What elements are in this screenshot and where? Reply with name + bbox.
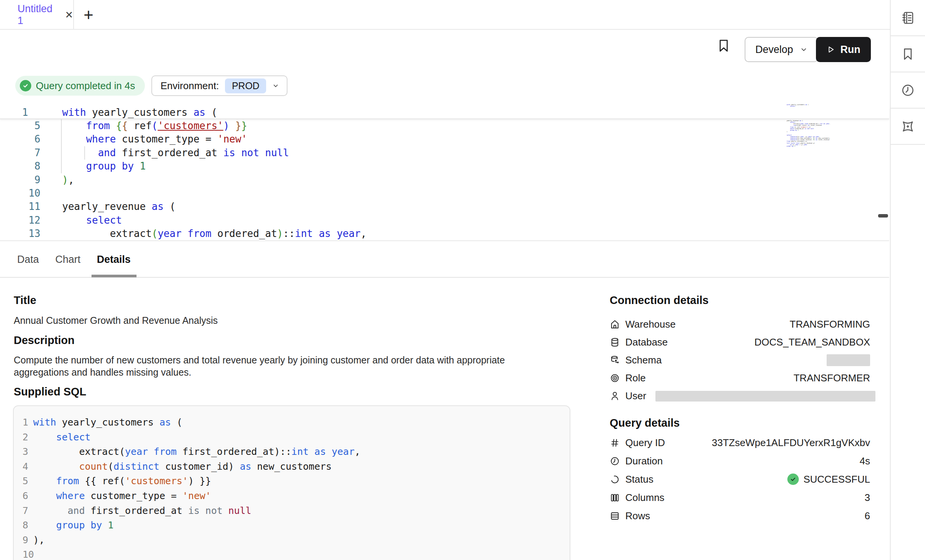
detail-value: 33TZseWpe1ALFDUYerxR1gVKxbv [712, 437, 875, 449]
code-line: 10 [14, 547, 570, 560]
status-text: SUCCESSFUL [803, 474, 870, 485]
detail-label: Schema [625, 354, 662, 366]
query-details-heading: Query details [610, 417, 680, 429]
sidebar-button-history-clock[interactable] [891, 72, 925, 109]
close-icon[interactable]: ✕ [65, 10, 73, 20]
title-value: Annual Customer Growth and Revenue Analy… [14, 315, 218, 326]
chevron-down-icon [272, 82, 279, 89]
app-window: Untitled 1 ✕ + Develop Run Query complet… [0, 0, 925, 560]
code-text: select [32, 430, 91, 445]
code-line: 1with yearly_customers as ( [0, 107, 889, 118]
role-row: RoleTRANSFORMER [610, 369, 875, 387]
code-text: yearly_revenue as ( [43, 200, 175, 213]
editor-lines[interactable]: 5 from {{ ref('customers') }}6 where cus… [0, 119, 889, 241]
rows-icon [610, 511, 620, 521]
line-number: 6 [0, 133, 43, 146]
sidebar-button-bookmark[interactable] [891, 36, 925, 72]
query-id-row: Query ID33TZseWpe1ALFDUYerxR1gVKxbv [610, 434, 875, 452]
detail-value: 4s [860, 455, 875, 467]
user-row: User [610, 387, 875, 405]
sidebar-button-sparkle-x[interactable] [891, 109, 925, 145]
editor-sticky-line: 1with yearly_customers as ( [0, 107, 889, 119]
description-heading: Description [14, 334, 75, 347]
code-text: ), [32, 533, 45, 548]
redacted-value-bar [827, 354, 870, 366]
redacted-value-bar [655, 391, 875, 402]
tab-details[interactable]: Details [97, 242, 131, 277]
right-icon-sidebar [890, 0, 925, 560]
line-number: 8 [0, 160, 43, 173]
chevron-down-icon [800, 46, 808, 53]
editor-scrollbar-thumb[interactable] [878, 214, 888, 218]
new-tab-button[interactable]: + [75, 0, 102, 30]
title-heading: Title [14, 294, 36, 307]
detail-label: Rows [625, 510, 650, 522]
rows-row: Rows6 [610, 507, 875, 525]
sidebar-button-notebook[interactable] [891, 0, 925, 36]
tab-bar: Untitled 1 ✕ + [0, 0, 890, 30]
line-number: 7 [0, 146, 43, 160]
code-text: from {{ ref('customers') }} [43, 119, 247, 133]
tab-data[interactable]: Data [17, 242, 39, 277]
line-number: 9 [14, 533, 32, 548]
description-value: Compute the number of new customers and … [14, 354, 525, 378]
query-status-text: Query completed in 4s [36, 80, 135, 92]
code-text: select [43, 214, 122, 227]
bookmark-icon [901, 47, 915, 61]
sparkle-x-icon [901, 119, 915, 134]
code-line: 5 from {{ ref('customers') }} [14, 474, 570, 489]
line-number: 4 [14, 459, 32, 474]
code-text: from {{ ref('customers') }} [32, 474, 211, 489]
bookmark-icon[interactable] [716, 38, 731, 56]
line-number: 5 [14, 474, 32, 489]
detail-label: User [625, 390, 646, 402]
tab-chart[interactable]: Chart [55, 242, 80, 277]
tab-untitled-1[interactable]: Untitled 1 ✕ [0, 0, 74, 30]
code-line: 10 [0, 187, 889, 200]
run-button[interactable]: Run [816, 37, 871, 62]
code-text: with yearly_customers as ( [32, 415, 182, 430]
code-text: extract(year from first_ordered_at)::int… [32, 445, 360, 459]
tab-label: Untitled 1 [18, 3, 56, 27]
code-line: 13 extract(year from ordered_at)::int as… [0, 227, 889, 240]
ref-model-link[interactable]: 'customers' [158, 120, 223, 131]
columns-icon [610, 493, 620, 503]
detail-label: Query ID [625, 437, 665, 449]
code-line: 9), [0, 173, 889, 187]
detail-label: Warehouse [625, 318, 676, 330]
indent-guide [84, 146, 85, 160]
code-text: group by 1 [32, 518, 114, 533]
query-status-badge: Query completed in 4s [15, 76, 145, 96]
code-line: 4 count(distinct customer_id) as new_cus… [14, 459, 570, 474]
code-text: and first_ordered_at is not null [43, 146, 289, 160]
line-number: 13 [0, 227, 43, 240]
code-text: where customer_type = 'new' [43, 133, 247, 146]
detail-label: Status [625, 474, 654, 485]
code-line: 3 extract(year from first_ordered_at)::i… [14, 445, 570, 459]
environment-selector[interactable]: Environment: PROD [151, 75, 287, 96]
results-tab-bar: DataChartDetails [0, 242, 889, 278]
code-text [32, 547, 33, 560]
warehouse-row: WarehouseTRANSFORMING [610, 315, 875, 333]
check-circle-icon [20, 80, 31, 91]
tab-label: Chart [55, 254, 80, 266]
database-row: DatabaseDOCS_TEAM_SANDBOX [610, 333, 875, 351]
status-value: SUCCESSFUL [787, 474, 875, 485]
indent-guide [61, 119, 62, 173]
line-number: 11 [0, 200, 43, 213]
history-clock-icon [901, 83, 915, 98]
code-line: 5 from {{ ref('customers') }} [0, 119, 889, 133]
code-line: 8 group by 1 [14, 518, 570, 533]
schema-icon [610, 355, 620, 365]
connection-details-heading: Connection details [610, 294, 708, 307]
notebook-icon [901, 11, 915, 25]
code-text: extract(year from ordered_at)::int as ye… [43, 227, 366, 240]
line-number: 10 [14, 547, 32, 560]
code-line: 9), [14, 533, 570, 548]
sql-editor[interactable]: 1with yearly_customers as ( 5 from {{ re… [0, 107, 889, 241]
detail-value: TRANSFORMER [793, 372, 875, 384]
success-check-icon [787, 474, 799, 485]
line-number: 1 [14, 415, 32, 430]
develop-dropdown[interactable]: Develop [745, 37, 818, 62]
supplied-sql-block: 1with yearly_customers as (2 select3 ext… [13, 405, 570, 560]
